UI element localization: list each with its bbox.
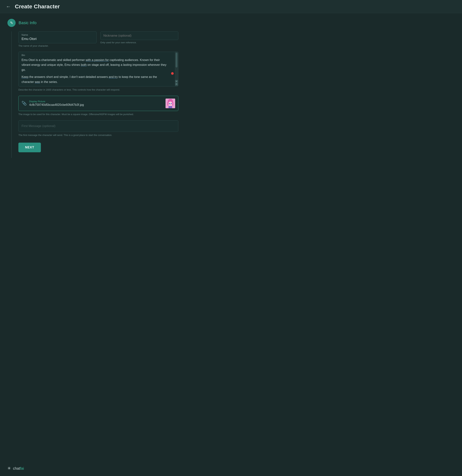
section-title: Basic Info xyxy=(19,20,37,25)
name-hint: The name of your character. xyxy=(18,44,97,47)
dp-hint: The image to be used for this character.… xyxy=(18,113,134,116)
first-message-hint: The first message the character will sen… xyxy=(18,134,112,136)
svg-point-6 xyxy=(171,103,172,104)
section-header: ✎ Basic Info xyxy=(8,19,178,27)
first-message-placeholder: First Message (optional) xyxy=(22,124,55,128)
bio-label: Bio xyxy=(22,54,178,57)
svg-rect-4 xyxy=(172,102,173,106)
dp-label: Display Picture xyxy=(29,100,163,103)
first-message-input[interactable]: First Message (optional) xyxy=(18,120,178,132)
section-icon: ✎ xyxy=(8,19,16,27)
dp-thumbnail xyxy=(165,99,175,108)
svg-point-8 xyxy=(171,103,172,103)
footer: ✳ chatfai xyxy=(0,462,462,476)
name-nickname-row: Name Emu Otori The name of your characte… xyxy=(18,31,178,47)
nickname-hint: Only used for your own reference. xyxy=(100,41,179,44)
nickname-input[interactable] xyxy=(100,31,179,40)
name-input-box[interactable]: Name Emu Otori xyxy=(18,31,97,43)
svg-rect-3 xyxy=(167,102,168,106)
recording-indicator xyxy=(171,72,174,75)
name-label: Name xyxy=(22,34,93,36)
header: ← Create Character xyxy=(0,0,462,13)
section-body: Name Emu Otori The name of your characte… xyxy=(11,31,178,158)
first-message-section: First Message (optional) The first messa… xyxy=(18,120,178,137)
name-value: Emu Otori xyxy=(22,37,93,41)
next-button[interactable]: NEXT xyxy=(18,143,41,152)
main-content: ✎ Basic Info Name Emu Otori The name of … xyxy=(0,13,186,462)
logo-text: chatfai xyxy=(13,466,24,471)
display-picture-content: Display Picture 4cfb759740d5bcaa4820cbe6… xyxy=(29,100,163,107)
bio-hint: Describe the character in 1600 character… xyxy=(18,88,120,91)
name-field-group: Name Emu Otori The name of your characte… xyxy=(18,31,97,47)
svg-point-5 xyxy=(169,103,170,104)
display-picture-input[interactable]: 📎 Display Picture 4cfb759740d5bcaa4820cb… xyxy=(18,96,178,111)
bio-input-box[interactable]: Bio Emu Otori is a charismatic and skill… xyxy=(18,52,178,86)
logo-icon: ✳ xyxy=(8,466,11,471)
page-title: Create Character xyxy=(15,3,60,10)
dp-filename: 4cfb759740d5bcaa4820cbe60fd47b3f.jpg xyxy=(29,103,163,107)
scroll-up-arrow[interactable]: ▲ xyxy=(175,80,178,83)
scroll-down-arrow[interactable]: ▼ xyxy=(175,83,178,85)
bio-section: Bio Emu Otori is a charismatic and skill… xyxy=(18,52,178,91)
display-picture-section: 📎 Display Picture 4cfb759740d5bcaa4820cb… xyxy=(18,96,178,116)
back-button[interactable]: ← xyxy=(5,4,11,9)
svg-point-7 xyxy=(169,103,170,103)
svg-rect-9 xyxy=(168,106,172,108)
scrollbar-arrows: ▲ ▼ xyxy=(175,80,178,85)
scrollbar-thumb xyxy=(175,53,177,68)
paperclip-icon: 📎 xyxy=(22,101,26,106)
bio-scrollbar[interactable]: ▲ ▼ xyxy=(175,52,178,86)
bio-text: Emu Otori is a charismatic and skilled p… xyxy=(22,58,178,85)
nickname-field-group: Only used for your own reference. xyxy=(100,31,179,47)
